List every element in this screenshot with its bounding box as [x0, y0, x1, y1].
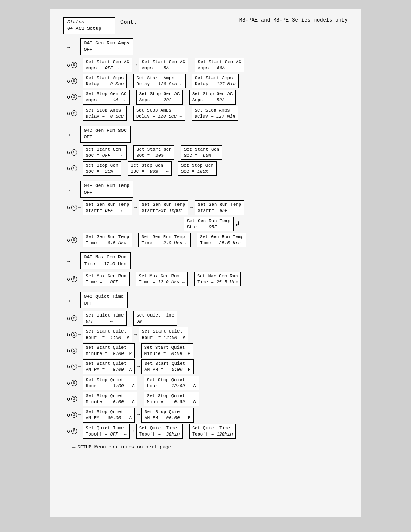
box-start-quiet-min-2: Set Start QuietMinute = 0:59 P — [141, 343, 193, 358]
box-temp-start-3: Set Gen Run TempStart= 65F — [195, 200, 244, 215]
circle-s5: S — [71, 149, 77, 156]
section-04c: → 04C Gen Run Amps OFF ↻ S → Set Start G… — [63, 38, 348, 121]
04d-header-row: → 04D Gen Run SOC OFF — [67, 126, 348, 144]
circle-s2: S — [71, 78, 77, 84]
status-box: Status 04 AGS Setup — [63, 17, 115, 34]
04g-title: 04G Quiet Time — [84, 294, 124, 299]
box-topoff-2: Set Quiet TimeTopoff = 30Min — [136, 424, 183, 439]
box-stop-soc-3: Set Stop GenSOC = 100% — [178, 161, 217, 176]
box-start-quiet-min-1: Set Start QuietMinute = 0:00 P — [83, 343, 135, 358]
start-quiet-ampm-row: ↻ S → Set Start QuietAM-PM = 0:00 A → Se… — [63, 359, 348, 374]
04e-header: 04E Gen Run Temp OFF — [80, 181, 134, 198]
box-temp-time-3: Set Gen Run TempTime = 25.5 Hrs — [197, 233, 246, 247]
setup-continues: → SETUP Menu continues on next page — [72, 444, 348, 451]
arrow7: → — [190, 205, 193, 211]
header-area: Status 04 AGS Setup Cont. MS-PAE and MS-… — [63, 17, 348, 34]
box-stop-amps-delay-2: Set Stop AmpsDelay = 120 Sec ← — [133, 106, 185, 121]
04d-title: 04D Gen Run SOC — [84, 128, 127, 133]
stop-gen-ac-row: ↻ S → Set Stop Gen ACAmps = 4A ← → Set S… — [63, 90, 348, 104]
04g-header-row: → 04G Quiet Time OFF — [67, 292, 348, 310]
box-start-gen-ac-2: Set Start Gen ACAmps = 5A — [139, 58, 188, 72]
stop-gen-soc-row: ↻ S → Set Stop GenSOC = 21% → Set Stop G… — [63, 161, 348, 176]
box-stop-quiet-hour-2: Set Stop QuietHour = 12:00 A — [144, 376, 199, 390]
box-stop-gen-ac-1: Set Stop Gen ACAmps = 4A ← — [83, 90, 130, 104]
04f-subtitle: Time = 12.0 Hrs — [84, 261, 127, 267]
quiet-time-row: ↻ S → Set Quiet TimeOFF ← → Set Quiet Ti… — [63, 311, 348, 326]
04e-header-row: → 04E Gen Run Temp OFF — [67, 181, 348, 199]
cont-label: Cont. — [120, 17, 137, 25]
temp-95f-row: Set Gen Run TempStart= 95F ↲ — [184, 217, 348, 231]
box-temp-time-1: Set Gen Run TempTime = 0.5 Hrs — [83, 233, 132, 247]
box-stop-quiet-hour-1: Set Stop QuietHour = 1:00 A — [83, 376, 137, 390]
stop-quiet-min-row: ↻ S → Set Stop QuietMinute = 0:00 A → Se… — [63, 392, 348, 406]
04g-subtitle: OFF — [84, 301, 93, 306]
status-label: Status — [67, 19, 111, 25]
circle-s17: S — [71, 428, 77, 434]
circle-s10: S — [71, 315, 77, 321]
section-04d: → 04D Gen Run SOC OFF ↻ S → Set Start Ge… — [63, 126, 348, 176]
circle-s3: S — [71, 94, 77, 100]
04f-header: 04F Max Gen Run Time = 12.0 Hrs — [80, 252, 131, 269]
box-start-quiet-hour-2: Set Start QuietHour = 12:00 P — [139, 327, 188, 342]
section-04e: → 04E Gen Run Temp OFF ↻ S → Set Gen Run… — [63, 181, 348, 247]
status-sub: 04 AGS Setup — [67, 25, 111, 32]
circle-s11: S — [71, 332, 77, 338]
circle-s7: S — [71, 205, 77, 211]
box-start-gen-ac-1: Set Start Gen ACAmps = OFF ← — [83, 58, 132, 72]
arrow9: → — [134, 332, 137, 338]
box-stop-soc-2: Set Stop GenSOC = 90% ← — [128, 161, 171, 176]
setup-continues-text: SETUP Menu continues on next page — [77, 445, 171, 450]
setup-arrow: → — [72, 444, 75, 451]
stop-quiet-hour-row: ↻ S → Set Stop QuietHour = 1:00 A → Set … — [63, 376, 348, 390]
04d-header: 04D Gen Run SOC OFF — [80, 126, 131, 143]
arrow1: → — [134, 62, 137, 68]
arrow12: → — [131, 428, 134, 434]
box-start-soc-3: Set Start GenSOC = 90% — [181, 145, 222, 160]
circle-s15: S — [71, 396, 77, 402]
circle-s14: S — [71, 380, 77, 386]
gen-run-temp-start-row: ↻ S → Set Gen Run TempStart= OFF ← → Set… — [63, 200, 348, 215]
start-quiet-min-row: ↻ S → Set Start QuietMinute = 0:00 P → S… — [63, 343, 348, 358]
arrow11: → — [137, 412, 140, 418]
box-stop-gen-ac-3: Set Stop Gen ACAmps = 59A — [189, 90, 236, 104]
box-stop-quiet-min-1: Set Stop QuietMinute = 0:00 A — [83, 392, 137, 406]
quiet-time-topoff-row: ↻ S → Set Quiet TimeTopoff = OFF ← → Set… — [63, 424, 348, 439]
ms-label: MS-PAE and MS-PE Series models only — [239, 17, 348, 23]
box-temp-start-1: Set Gen Run TempStart= OFF ← — [83, 200, 132, 215]
circle-s8: S — [71, 237, 77, 243]
box-start-quiet-hour-1: Set Start QuietHour = 1:00 P — [83, 327, 132, 342]
circle-s1: S — [71, 62, 77, 68]
start-quiet-hour-row: ↻ S → Set Start QuietHour = 1:00 P → Set… — [63, 327, 348, 342]
box-temp-start-2: Set Gen Run TempStart=Ext Input — [139, 200, 188, 215]
04e-subtitle: OFF — [84, 190, 93, 195]
circle-s12: S — [71, 348, 77, 354]
start-gen-soc-row: ↻ S → Set Start GenSOC = OFF ← → Set Sta… — [63, 145, 348, 160]
box-topoff-1: Set Quiet TimeTopoff = OFF ← — [83, 424, 130, 439]
gen-run-temp-time-row: ↻ S → Set Gen Run TempTime = 0.5 Hrs → S… — [63, 233, 348, 247]
box-stop-soc-1: Set Stop GenSOC = 21% — [83, 161, 121, 176]
box-temp-time-2: Set Gen Run TempTime = 2.0 Hrs ← — [138, 233, 190, 247]
arrow10: → — [137, 364, 140, 370]
start-amps-delay-row: ↻ S → Set Start AmpsDelay = 0 Sec → Set … — [63, 74, 348, 88]
box-start-amps-delay-2: Set Start AmpsDelay = 120 Sec ← — [133, 74, 185, 88]
04c-header-row: → 04C Gen Run Amps OFF — [67, 38, 348, 57]
box-stop-quiet-ampm-2: Set Stop QuietAM-PM = 00:00 P — [141, 408, 193, 422]
circle-s9: S — [71, 276, 77, 282]
box-topoff-3: Set Quiet TimeTopoff = 120Min — [189, 424, 236, 439]
box-stop-quiet-ampm-1: Set Stop QuietAM-PM = 00:00 A — [83, 408, 135, 422]
box-max-gen-3: Set Max Gen RunTime = 25.5 Hrs — [194, 272, 241, 286]
box-temp-start-4: Set Gen Run TempStart= 95F — [184, 217, 234, 231]
stop-amps-delay-row: ↻ S → Set Stop AmpsDelay = 0 Sec → Set S… — [63, 106, 348, 121]
box-stop-gen-ac-2: Set Stop Gen ACAmps = 20A — [136, 90, 183, 104]
section-04f: → 04F Max Gen Run Time = 12.0 Hrs ↻ S → … — [63, 252, 348, 286]
04f-title: 04F Max Gen Run — [84, 255, 127, 260]
box-max-gen-1: Set Max Gen RunTime = OFF — [83, 272, 130, 286]
box-start-amps-delay-3: Set Start AmpsDelay = 127 Min — [192, 74, 239, 88]
start-gen-ac-row: ↻ S → Set Start Gen ACAmps = OFF ← → Set… — [63, 58, 348, 72]
box-quiet-on: Set Quiet TimeON — [133, 311, 177, 326]
box-stop-amps-delay-1: Set Stop AmpsDelay = 0 Sec — [83, 106, 127, 121]
04g-header: 04G Quiet Time OFF — [80, 292, 128, 308]
box-start-quiet-ampm-2: Set Start QuietAM-PM = 0:00 P — [141, 359, 193, 374]
circle-s4: S — [71, 110, 77, 116]
box-max-gen-2: Set Max Gen RunTime = 12.0 Hrs ← — [136, 272, 188, 286]
